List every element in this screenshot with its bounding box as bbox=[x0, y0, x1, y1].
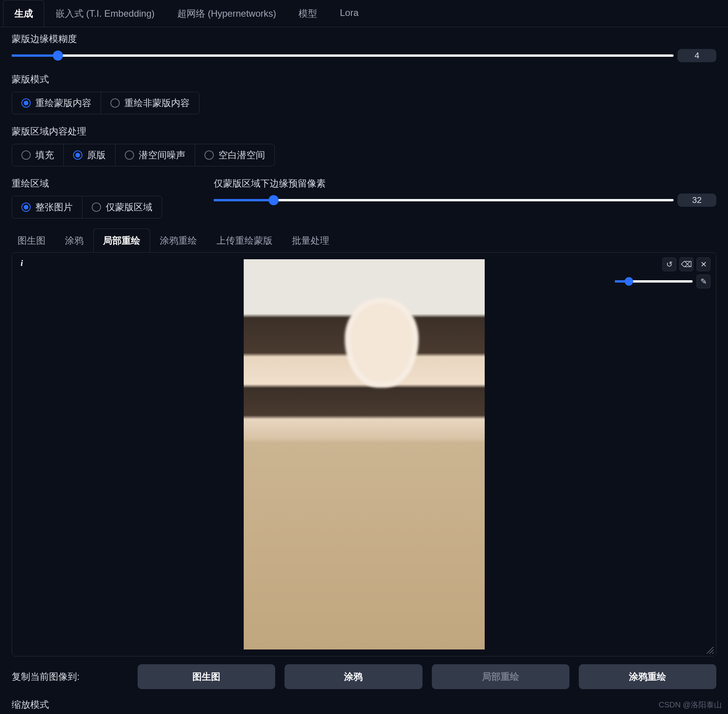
copy-to-inpaint-sketch[interactable]: 涂鸦重绘 bbox=[579, 664, 716, 689]
tab-model[interactable]: 模型 bbox=[287, 0, 328, 27]
tab-hypernetworks[interactable]: 超网络 (Hypernetworks) bbox=[166, 0, 288, 27]
subtab-upload-mask[interactable]: 上传重绘蒙版 bbox=[207, 229, 282, 252]
mask-overlay bbox=[345, 298, 419, 388]
radio-icon bbox=[21, 98, 31, 108]
tab-embedding[interactable]: 嵌入式 (T.I. Embedding) bbox=[44, 0, 166, 27]
resize-mode-label: 缩放模式 bbox=[12, 698, 716, 711]
radio-icon bbox=[73, 150, 82, 160]
subtab-batch[interactable]: 批量处理 bbox=[282, 229, 339, 252]
radio-icon bbox=[204, 150, 214, 160]
radio-label: 潜空间噪声 bbox=[139, 149, 185, 161]
mask-mode-label: 蒙版模式 bbox=[12, 73, 716, 86]
radio-label: 空白潜空间 bbox=[218, 149, 265, 161]
canvas-toolbar: ↺ ⌫ ✕ bbox=[662, 257, 711, 271]
watermark: CSDN @洛阳泰山 bbox=[658, 700, 722, 710]
subtab-inpaint-sketch[interactable]: 涂鸦重绘 bbox=[150, 229, 207, 252]
radio-label: 仅蒙版区域 bbox=[106, 201, 152, 213]
inpaint-area-whole[interactable]: 整张图片 bbox=[12, 196, 82, 218]
canvas-image[interactable] bbox=[244, 259, 485, 649]
mask-mode-inpaint-not-masked[interactable]: 重绘非蒙版内容 bbox=[101, 92, 199, 114]
radio-icon bbox=[21, 203, 31, 212]
mask-mode-group: 重绘蒙版内容 重绘非蒙版内容 bbox=[12, 92, 199, 114]
radio-label: 填充 bbox=[35, 149, 54, 161]
copy-label: 复制当前图像到: bbox=[12, 670, 128, 683]
padding-value[interactable]: 32 bbox=[677, 194, 716, 207]
padding-slider[interactable] bbox=[214, 199, 674, 201]
mask-content-label: 蒙版区域内容处理 bbox=[12, 125, 716, 138]
copy-to-inpaint[interactable]: 局部重绘 bbox=[432, 664, 569, 689]
sub-tabs: 图生图 涂鸦 局部重绘 涂鸦重绘 上传重绘蒙版 批量处理 bbox=[8, 229, 728, 252]
top-tabs: 生成 嵌入式 (T.I. Embedding) 超网络 (Hypernetwor… bbox=[0, 0, 728, 27]
mask-content-latent-nothing[interactable]: 空白潜空间 bbox=[195, 144, 274, 166]
mask-blur-value[interactable]: 4 bbox=[677, 49, 716, 62]
mask-content-group: 填充 原版 潜空间噪声 空白潜空间 bbox=[12, 144, 275, 166]
mask-mode-inpaint-masked[interactable]: 重绘蒙版内容 bbox=[12, 92, 101, 114]
inpaint-area-label: 重绘区域 bbox=[12, 177, 198, 190]
close-button[interactable]: ✕ bbox=[697, 257, 711, 271]
copy-to-sketch[interactable]: 涂鸦 bbox=[285, 664, 422, 689]
radio-icon bbox=[125, 150, 134, 160]
erase-button[interactable]: ⌫ bbox=[679, 257, 693, 271]
mask-content-original[interactable]: 原版 bbox=[64, 144, 115, 166]
radio-label: 整张图片 bbox=[35, 201, 73, 213]
resize-handle-icon[interactable] bbox=[707, 647, 714, 654]
info-icon[interactable]: i bbox=[21, 258, 23, 268]
brush-size-slider[interactable] bbox=[615, 280, 693, 283]
subtab-inpaint[interactable]: 局部重绘 bbox=[93, 229, 150, 252]
mask-blur-label: 蒙版边缘模糊度 bbox=[12, 33, 716, 45]
inpaint-canvas[interactable]: i ↺ ⌫ ✕ ✎ bbox=[12, 252, 716, 656]
radio-label: 原版 bbox=[87, 149, 106, 161]
mask-blur-slider[interactable] bbox=[12, 54, 674, 57]
radio-icon bbox=[92, 203, 101, 212]
subtab-sketch[interactable]: 涂鸦 bbox=[55, 229, 93, 252]
radio-label: 重绘非蒙版内容 bbox=[124, 97, 190, 109]
copy-row: 复制当前图像到: 图生图 涂鸦 局部重绘 涂鸦重绘 bbox=[0, 656, 728, 693]
brush-button[interactable]: ✎ bbox=[697, 274, 711, 288]
copy-to-img2img[interactable]: 图生图 bbox=[138, 664, 275, 689]
mask-content-latent-noise[interactable]: 潜空间噪声 bbox=[115, 144, 195, 166]
tab-lora[interactable]: Lora bbox=[328, 0, 370, 27]
padding-label: 仅蒙版区域下边缘预留像素 bbox=[214, 177, 716, 190]
mask-content-fill[interactable]: 填充 bbox=[12, 144, 64, 166]
radio-label: 重绘蒙版内容 bbox=[35, 97, 91, 109]
subtab-img2img[interactable]: 图生图 bbox=[8, 229, 55, 252]
radio-icon bbox=[110, 98, 120, 108]
inpaint-area-only[interactable]: 仅蒙版区域 bbox=[82, 196, 162, 218]
radio-icon bbox=[21, 150, 31, 160]
undo-button[interactable]: ↺ bbox=[662, 257, 676, 271]
inpaint-area-group: 整张图片 仅蒙版区域 bbox=[12, 196, 162, 218]
tab-generate[interactable]: 生成 bbox=[3, 0, 44, 27]
